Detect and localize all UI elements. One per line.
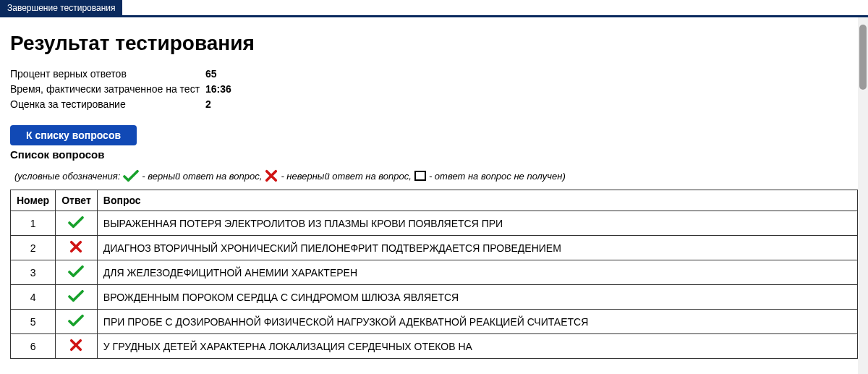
stat-value: 16:36 <box>205 82 231 97</box>
cell-question: ВЫРАЖЕННАЯ ПОТЕРЯ ЭЛЕКТРОЛИТОВ ИЗ ПЛАЗМЫ… <box>97 211 857 236</box>
cell-answer <box>56 310 98 334</box>
cell-num: 1 <box>11 211 56 236</box>
cell-answer <box>56 211 98 236</box>
legend: (условные обозначения: - верный ответ на… <box>14 169 858 182</box>
stats-block: Процент верных ответов 65 Время, фактиче… <box>10 67 858 112</box>
cell-num: 4 <box>11 285 56 310</box>
topbar: Завершение тестирования <box>0 0 868 17</box>
stat-value: 2 <box>205 97 211 112</box>
cross-icon <box>265 169 278 182</box>
cell-question: ВРОЖДЕННЫМ ПОРОКОМ СЕРДЦА С СИНДРОМОМ ШЛ… <box>97 285 857 310</box>
cell-question: ДИАГНОЗ ВТОРИЧНЫЙ ХРОНИЧЕСКИЙ ПИЕЛОНЕФРИ… <box>97 236 857 260</box>
stat-label: Процент верных ответов <box>10 67 205 82</box>
tab-label: Завершение тестирования <box>7 3 115 13</box>
legend-missing-text: - ответ на вопрос не получен) <box>429 171 566 182</box>
stat-row-percent: Процент верных ответов 65 <box>10 67 858 82</box>
col-header-num: Номер <box>11 190 56 211</box>
table-row: 4ВРОЖДЕННЫМ ПОРОКОМ СЕРДЦА С СИНДРОМОМ Ш… <box>11 285 858 310</box>
cell-question: ДЛЯ ЖЕЛЕЗОДЕФИЦИТНОЙ АНЕМИИ ХАРАКТЕРЕН <box>97 260 857 285</box>
scrollbar-thumb[interactable] <box>859 25 867 90</box>
table-row: 5ПРИ ПРОБЕ С ДОЗИРОВАННОЙ ФИЗИЧЕСКОЙ НАГ… <box>11 310 858 334</box>
cell-answer <box>56 285 98 310</box>
check-icon <box>68 289 84 302</box>
legend-correct-text: - верный ответ на вопрос, <box>142 171 262 182</box>
cell-answer <box>56 236 98 260</box>
cell-question: ПРИ ПРОБЕ С ДОЗИРОВАННОЙ ФИЗИЧЕСКОЙ НАГР… <box>97 310 857 334</box>
tab-completion[interactable]: Завершение тестирования <box>0 0 122 15</box>
col-header-answer: Ответ <box>56 190 98 211</box>
cell-answer <box>56 334 98 359</box>
cross-icon <box>69 339 82 352</box>
table-row: 6У ГРУДНЫХ ДЕТЕЙ ХАРАКТЕРНА ЛОКАЛИЗАЦИЯ … <box>11 334 858 359</box>
stat-value: 65 <box>205 67 217 82</box>
cell-num: 3 <box>11 260 56 285</box>
check-icon <box>68 314 84 327</box>
cell-num: 6 <box>11 334 56 359</box>
table-row: 2ДИАГНОЗ ВТОРИЧНЫЙ ХРОНИЧЕСКИЙ ПИЕЛОНЕФР… <box>11 236 858 260</box>
cell-num: 5 <box>11 310 56 334</box>
stat-row-grade: Оценка за тестирование 2 <box>10 97 858 112</box>
cell-question: У ГРУДНЫХ ДЕТЕЙ ХАРАКТЕРНА ЛОКАЛИЗАЦИЯ С… <box>97 334 857 359</box>
empty-box-icon <box>414 171 426 181</box>
col-header-question: Вопрос <box>97 190 857 211</box>
cross-icon <box>69 240 82 253</box>
check-icon <box>68 216 84 229</box>
table-row: 1ВЫРАЖЕННАЯ ПОТЕРЯ ЭЛЕКТРОЛИТОВ ИЗ ПЛАЗМ… <box>11 211 858 236</box>
content-area: Результат тестирования Процент верных от… <box>0 17 868 374</box>
table-header-row: Номер Ответ Вопрос <box>11 190 858 211</box>
legend-prefix: (условные обозначения: <box>14 171 120 182</box>
cell-num: 2 <box>11 236 56 260</box>
table-row: 3ДЛЯ ЖЕЛЕЗОДЕФИЦИТНОЙ АНЕМИИ ХАРАКТЕРЕН <box>11 260 858 285</box>
legend-wrong-text: - неверный ответ на вопрос, <box>281 171 411 182</box>
question-list-title: Список вопросов <box>10 148 858 161</box>
button-label: К списку вопросов <box>26 129 121 141</box>
page-title: Результат тестирования <box>10 32 858 55</box>
cell-answer <box>56 260 98 285</box>
stat-label: Время, фактически затраченное на тест <box>10 82 205 97</box>
stat-label: Оценка за тестирование <box>10 97 205 112</box>
questions-table: Номер Ответ Вопрос 1ВЫРАЖЕННАЯ ПОТЕРЯ ЭЛ… <box>10 190 858 359</box>
scrollbar-track[interactable] <box>858 17 868 374</box>
stat-row-time: Время, фактически затраченное на тест 16… <box>10 82 858 97</box>
to-question-list-button[interactable]: К списку вопросов <box>10 125 137 145</box>
check-icon <box>123 169 139 182</box>
check-icon <box>68 265 84 278</box>
